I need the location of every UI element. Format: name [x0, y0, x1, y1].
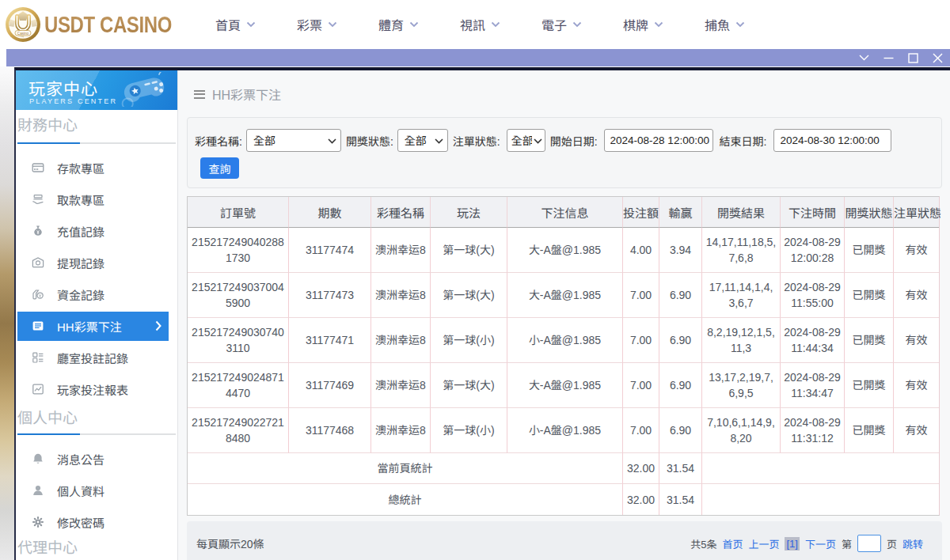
sidebar-item-change-password[interactable]: 修改密碼	[16, 506, 177, 538]
col-order-id: 訂單號	[188, 197, 289, 228]
cell-order-id: 2152172490227218480	[188, 408, 289, 453]
cell-period: 31177471	[289, 318, 371, 363]
cell-draw-result: 14,​17,​11,​18,​5,​7,​6,​8	[702, 228, 781, 273]
breadcrumb: HH彩票下注	[194, 85, 281, 104]
envelope-coin-icon	[32, 256, 44, 269]
cell-win-loss: 6.90	[659, 408, 702, 453]
cell-draw-status: 已開獎	[845, 363, 894, 408]
col-play: 玩法	[431, 197, 507, 228]
sidebar-subtitle: PLAYERS CENTER	[29, 97, 117, 105]
total-summary-row: 總統計 32.00 31.54	[188, 484, 939, 515]
sidebar-section-finance: 財務中心 存款專區 取款專區	[16, 116, 177, 405]
nav-item[interactable]: 體育	[378, 15, 419, 34]
draw-status-select[interactable]: 全部	[397, 129, 448, 152]
cell-bet-time: 2024-08-29 11:55:00	[781, 273, 845, 318]
jump-button[interactable]: 跳转	[902, 536, 923, 551]
nav-item[interactable]: 視訊	[460, 15, 500, 34]
sidebar-title: 玩家中心	[28, 76, 98, 100]
chevron-down-icon	[409, 21, 419, 28]
sidebar-section-personal: 個人中心 消息公告 個人資料	[16, 409, 177, 538]
col-win-loss: 輸贏	[659, 197, 702, 228]
first-page-link[interactable]: 首页	[722, 536, 743, 551]
search-button[interactable]: 查詢	[200, 157, 239, 179]
sidebar-menu: 消息公告 個人資料 修改密碼	[16, 435, 177, 538]
nav-item[interactable]: 電子	[542, 15, 582, 34]
lottery-name-select[interactable]: 全部	[246, 129, 341, 152]
chevron-down-icon	[572, 21, 582, 28]
sidebar-item-profile[interactable]: 個人資料	[16, 475, 177, 506]
total-summary-label: 總統計	[188, 484, 623, 515]
cell-bet-amount: 7.00	[623, 408, 659, 453]
sidebar-item-label: 個人資料	[57, 482, 104, 499]
nav-item[interactable]: 首頁	[215, 15, 256, 34]
section-label-finance: 財務中心	[17, 116, 177, 135]
cell-order-id: 2152172490370045900	[188, 273, 289, 318]
cell-period: 31177469	[289, 363, 371, 408]
sidebar-item-funds-record[interactable]: 資金記錄	[16, 278, 177, 310]
sidebar-item-label: HH彩票下注	[57, 318, 122, 335]
sidebar-item-hall-bet-record[interactable]: 廳室投註記錄	[16, 342, 177, 373]
col-period: 期數	[289, 197, 371, 228]
sidebar-item-recharge-record[interactable]: 充值記錄	[16, 215, 177, 247]
table-row: 2152172490402881730 31177474 澳洲幸运8 第一球(大…	[188, 228, 939, 273]
moneybag-icon	[32, 225, 44, 237]
logo-text: USDT CASINO	[44, 11, 172, 38]
window-title-bar	[6, 49, 950, 66]
main-content: HH彩票下注 彩種名稱: 全部 開獎狀態: 全部 注單	[178, 70, 950, 560]
total-count-text: 共5条	[690, 536, 716, 551]
end-date-label: 結束日期:	[720, 133, 767, 149]
cell-bet-amount: 4.00	[623, 228, 659, 273]
player-center-window: 玩家中心 PLAYERS CENTER 財務中心	[14, 67, 950, 560]
cell-draw-result: 7,​10,​6,​1,​14,​9,​8,​20	[702, 408, 781, 453]
window-minimize-icon[interactable]	[884, 53, 894, 63]
sidebar-item-withdraw[interactable]: 取款專區	[16, 184, 177, 215]
sidebar-section-agent: 代理中心	[16, 539, 177, 558]
nav-item[interactable]: 彩票	[297, 15, 337, 34]
nav-item-label: 棋牌	[623, 15, 648, 34]
sidebar-item-withdraw-record[interactable]: 提現記錄	[16, 247, 177, 278]
cell-bet-amount: 7.00	[623, 318, 659, 363]
cell-lottery-name: 澳洲幸运8	[371, 273, 431, 318]
prev-page-link[interactable]: 上一页	[748, 536, 779, 551]
cell-lottery-name: 澳洲幸运8	[371, 228, 431, 273]
sidebar-item-hh-lottery-bets[interactable]: HH彩票下注	[17, 312, 169, 341]
end-date-input[interactable]	[773, 129, 891, 152]
window-collapse-icon[interactable]	[859, 53, 869, 63]
jump-prefix-label: 第	[842, 536, 852, 551]
cell-bet-info: 小-A盤@1.985	[507, 318, 623, 363]
cell-play: 第一球(大)	[431, 273, 507, 318]
nav-item[interactable]: 捕魚	[705, 15, 745, 34]
nav-item[interactable]: 棋牌	[623, 15, 663, 34]
cell-play: 第一球(大)	[431, 363, 507, 408]
next-page-link[interactable]: 下一页	[805, 536, 836, 551]
cell-bet-info: 大-A盤@1.985	[507, 363, 623, 408]
start-date-input[interactable]	[604, 129, 713, 152]
window-close-icon[interactable]	[933, 53, 943, 63]
cell-bet-time: 2024-08-29 11:31:12	[781, 408, 845, 453]
cell-order-id: 2152172490402881730	[188, 228, 289, 273]
order-status-select[interactable]: 全部	[507, 129, 545, 152]
nav-item-label: 彩票	[297, 15, 322, 34]
filter-panel: 彩種名稱: 全部 開獎狀態: 全部 注單狀態: 全部	[187, 117, 942, 188]
jump-suffix-label: 页	[887, 536, 897, 551]
sidebar-item-player-bet-report[interactable]: 玩家投注報表	[16, 373, 177, 405]
cell-order-status: 有效	[894, 318, 939, 363]
cell-draw-status: 已開獎	[845, 318, 894, 363]
cell-draw-result: 17,​11,​14,​1,​4,​3,​6,​7	[702, 273, 781, 318]
menu-toggle-icon[interactable]	[194, 90, 205, 99]
cell-period: 31177468	[289, 408, 371, 453]
site-logo[interactable]: Casino U USDT CASINO	[5, 6, 203, 43]
cell-bet-amount: 7.00	[623, 363, 659, 408]
table-row: 2152172490307403110 31177471 澳洲幸运8 第一球(小…	[188, 318, 939, 363]
window-maximize-icon[interactable]	[908, 53, 918, 63]
sidebar-item-deposit[interactable]: 存款專區	[16, 152, 177, 184]
bell-icon	[32, 452, 44, 465]
sidebar-item-announcements[interactable]: 消息公告	[16, 443, 177, 475]
table-header-row: 訂單號 期數 彩種名稱 玩法 下注信息 投注額 輸贏 開獎結果 下注時間 開獎狀…	[188, 197, 939, 228]
cell-bet-info: 大-A盤@1.985	[507, 273, 623, 318]
cell-draw-status: 已開獎	[845, 273, 894, 318]
page-jump-input[interactable]	[857, 535, 881, 552]
order-status-select-wrap: 全部	[507, 129, 545, 152]
draw-status-select-wrap: 全部	[397, 129, 448, 152]
total-summary-winloss: 31.54	[659, 484, 702, 515]
